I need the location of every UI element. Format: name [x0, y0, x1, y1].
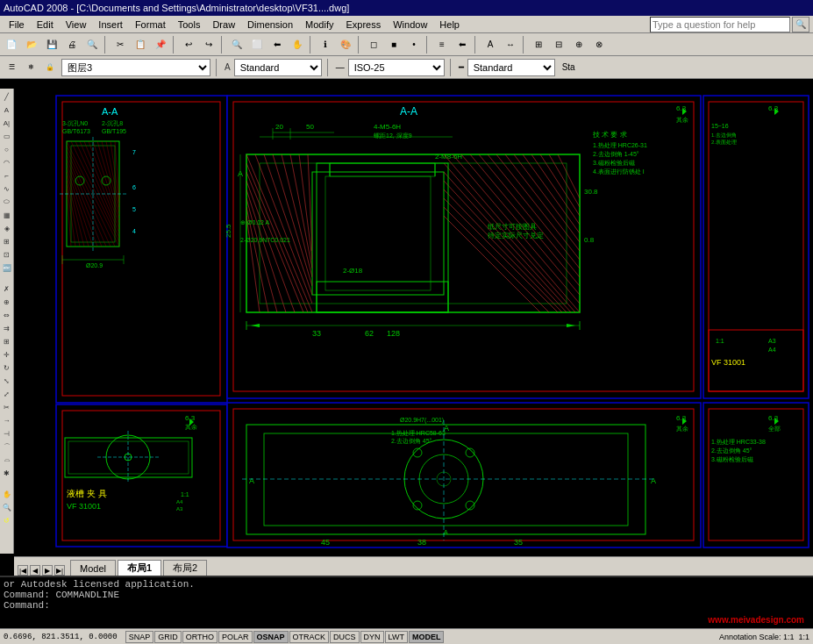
tab-layout2[interactable]: 布局2: [163, 560, 207, 576]
print-preview-button[interactable]: 🔍: [82, 35, 102, 54]
open-button[interactable]: 📂: [22, 35, 41, 54]
style-button[interactable]: A: [481, 35, 500, 54]
layer-lock-button[interactable]: 🔒: [42, 60, 58, 75]
svg-text:液槽 夹 具: 液槽 夹 具: [67, 489, 107, 498]
menu-tools[interactable]: Tools: [173, 18, 206, 32]
copy-button[interactable]: 📋: [131, 35, 150, 54]
point-button[interactable]: •: [404, 35, 424, 54]
menu-dimension[interactable]: Dimension: [242, 18, 298, 32]
menu-window[interactable]: Window: [388, 18, 432, 32]
dimstyle-button[interactable]: ↔: [501, 35, 520, 54]
layer-select[interactable]: 图层3: [61, 59, 210, 76]
mtext-button[interactable]: A|: [1, 117, 13, 129]
extend-button[interactable]: →: [1, 414, 13, 426]
grid-button[interactable]: GRID: [154, 631, 182, 643]
menu-help[interactable]: Help: [434, 18, 465, 32]
rectangle-button[interactable]: ▭: [1, 130, 13, 142]
chamfer-button[interactable]: ⌓: [1, 454, 13, 466]
spline-button[interactable]: ∿: [1, 182, 13, 195]
tab-nav-prev[interactable]: ◀: [30, 565, 40, 576]
layer-prev-button[interactable]: ⬅: [453, 35, 472, 54]
block-button[interactable]: ⊡: [1, 248, 13, 261]
extra3-button[interactable]: ⊕: [569, 35, 588, 54]
redo-button[interactable]: ↪: [199, 35, 218, 54]
tab-model[interactable]: Model: [70, 560, 116, 576]
scale-button[interactable]: ⤡: [1, 375, 13, 387]
zoom-button[interactable]: 🔍: [1, 501, 13, 513]
properties-button[interactable]: ℹ: [316, 35, 335, 54]
help-search-input[interactable]: [650, 17, 790, 32]
undo-button[interactable]: ↩: [179, 35, 198, 54]
trim-button[interactable]: ✂: [1, 401, 13, 413]
polar-button[interactable]: POLAR: [218, 631, 253, 643]
otrack-button[interactable]: OTRACK: [289, 631, 330, 643]
menu-modify[interactable]: Modify: [300, 18, 339, 32]
save-button[interactable]: 💾: [42, 35, 61, 54]
cut-button[interactable]: ✂: [111, 35, 130, 54]
layer-freeze-button[interactable]: ❄: [23, 60, 39, 75]
arc-button[interactable]: ◠: [1, 156, 13, 168]
stretch-button[interactable]: ⤢: [1, 388, 13, 400]
fillet-button[interactable]: ⌒: [1, 440, 13, 453]
rotate-button[interactable]: ↻: [1, 361, 13, 374]
extra4-button[interactable]: ⊗: [589, 35, 609, 54]
offset-button[interactable]: ⇉: [1, 322, 13, 334]
text-style-select[interactable]: Standard: [234, 59, 322, 76]
svg-text:全部: 全部: [768, 426, 781, 432]
search-button[interactable]: 🔍: [792, 17, 809, 32]
orbit-button[interactable]: ↺: [1, 514, 13, 526]
match-prop-button[interactable]: 🎨: [336, 35, 355, 54]
lwt-button[interactable]: LWT: [385, 631, 408, 643]
line-button[interactable]: ╱: [1, 90, 13, 103]
ellipse-button[interactable]: ⬭: [1, 196, 13, 208]
tab-nav-next[interactable]: ▶: [42, 565, 53, 576]
move-button[interactable]: ✛: [1, 348, 13, 361]
ducs-button[interactable]: DUCS: [330, 631, 360, 643]
ortho-button[interactable]: ORTHO: [182, 631, 218, 643]
region-button[interactable]: ◈: [1, 222, 13, 234]
copy-obj-button[interactable]: ⊕: [1, 296, 13, 308]
zoom-prev-button[interactable]: ⬅: [267, 35, 287, 54]
menu-view[interactable]: View: [61, 18, 92, 32]
break-button[interactable]: ⊣: [1, 427, 13, 440]
layer-panel-button[interactable]: ☰: [4, 60, 19, 75]
menu-insert[interactable]: Insert: [93, 18, 128, 32]
paste-button[interactable]: 📌: [151, 35, 170, 54]
text-button[interactable]: A: [1, 104, 13, 116]
insert-block-button[interactable]: ◻: [364, 35, 383, 54]
tab-nav-first[interactable]: |◀: [18, 565, 28, 576]
erase-button[interactable]: ✗: [1, 283, 13, 295]
extra1-button[interactable]: ⊞: [529, 35, 548, 54]
mirror-button[interactable]: ⇔: [1, 309, 13, 321]
hatch-button[interactable]: ▦: [1, 209, 13, 221]
dyn-button[interactable]: DYN: [360, 631, 384, 643]
array-button[interactable]: ⊞: [1, 335, 13, 347]
print-button[interactable]: 🖨: [62, 35, 82, 54]
pan-button[interactable]: ✋: [288, 35, 307, 54]
tab-layout1[interactable]: 布局1: [118, 560, 161, 576]
linetype-select[interactable]: ISO-25: [348, 59, 445, 76]
snap-button[interactable]: SNAP: [125, 631, 154, 643]
menu-edit[interactable]: Edit: [32, 18, 59, 32]
explode-button[interactable]: ✱: [1, 467, 13, 479]
make-block-button[interactable]: ■: [384, 35, 403, 54]
menu-file[interactable]: File: [4, 18, 30, 32]
layer-button[interactable]: ≡: [432, 35, 452, 54]
lineweight-select[interactable]: Standard: [467, 59, 555, 76]
polyline-button[interactable]: ⌐: [1, 169, 13, 182]
menu-express[interactable]: Express: [340, 18, 386, 32]
model-button[interactable]: MODEL: [409, 631, 445, 643]
pan2-button[interactable]: ✋: [1, 488, 13, 500]
table-button[interactable]: ⊞: [1, 235, 13, 247]
new-button[interactable]: 📄: [2, 35, 21, 54]
extra2-button[interactable]: ⊟: [549, 35, 568, 54]
zoom-extents-button[interactable]: ⬜: [247, 35, 267, 54]
osnap-button[interactable]: OSNAP: [253, 631, 289, 643]
zoom-window-button[interactable]: 🔍: [227, 35, 246, 54]
tab-nav-last[interactable]: ▶|: [54, 565, 65, 576]
drawing-area[interactable]: A-A 3-沉孔N0 GB/T6173 2-沉孔8 GB/T195: [14, 89, 813, 554]
menu-format[interactable]: Format: [130, 18, 171, 32]
attr-button[interactable]: 🔤: [1, 261, 13, 274]
menu-draw[interactable]: Draw: [207, 18, 240, 32]
circle-button[interactable]: ○: [1, 143, 13, 155]
